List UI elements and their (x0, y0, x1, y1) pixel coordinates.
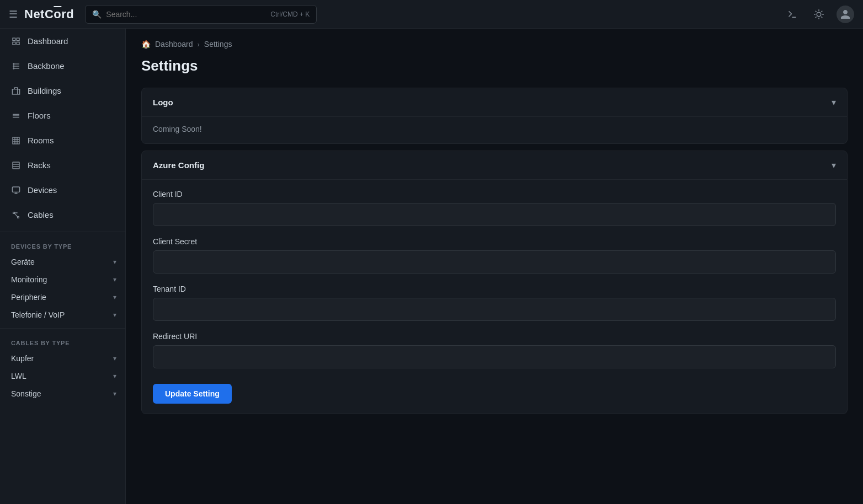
sidebar-sub-item-telefonie[interactable]: Telefonie / VoIP ▾ (0, 306, 125, 324)
sidebar-sub-item-kupfer[interactable]: Kupfer ▾ (0, 350, 125, 367)
devices-by-type-header: DEVICES BY TYPE (0, 237, 125, 253)
sidebar-item-rooms[interactable]: Rooms (0, 128, 125, 153)
tenant-id-input[interactable] (153, 298, 836, 321)
sidebar-sub-item-lwl[interactable]: LWL ▾ (0, 367, 125, 385)
floors-icon (11, 111, 21, 120)
svg-rect-25 (13, 137, 19, 144)
redirect-uri-label: Redirect URI (153, 332, 836, 341)
svg-line-4 (816, 11, 816, 12)
azure-card-header[interactable]: Azure Config ▾ (142, 151, 847, 179)
svg-rect-33 (12, 187, 19, 192)
sidebar-item-devices[interactable]: Devices (0, 178, 125, 202)
svg-rect-12 (13, 42, 15, 45)
sub-item-label: Telefonie / VoIP (11, 310, 65, 319)
client-id-group: Client ID (153, 190, 836, 226)
sidebar-item-cables[interactable]: Cables (0, 202, 125, 227)
search-icon: 🔍 (92, 10, 102, 19)
sidebar-item-buildings[interactable]: Buildings (0, 78, 125, 103)
dashboard-icon (11, 37, 21, 46)
azure-config-card: Azure Config ▾ Client ID Client Secret T… (141, 151, 848, 414)
sidebar-item-label: Devices (28, 185, 57, 195)
client-secret-label: Client Secret (153, 237, 836, 246)
devices-icon (11, 186, 21, 195)
chevron-down-icon: ▾ (113, 293, 116, 301)
home-icon: 🏠 (141, 40, 151, 49)
sidebar-item-racks[interactable]: Racks (0, 153, 125, 178)
sidebar-item-label: Dashboard (28, 36, 68, 46)
chevron-down-icon: ▾ (113, 372, 116, 380)
chevron-down-icon: ▾ (113, 355, 116, 362)
chevron-down-icon: ▾ (113, 276, 116, 283)
svg-rect-10 (13, 38, 15, 41)
sidebar-sub-item-geraete[interactable]: Geräte ▾ (0, 253, 125, 271)
breadcrumb-separator: › (198, 40, 200, 49)
topbar: ☰ NetCord 🔍 Ctrl/CMD + K (0, 0, 863, 29)
sidebar-sub-item-sonstige[interactable]: Sonstige ▾ (0, 385, 125, 403)
tenant-id-group: Tenant ID (153, 285, 836, 321)
svg-rect-13 (17, 42, 19, 45)
sidebar-sub-item-monitoring[interactable]: Monitoring ▾ (0, 271, 125, 288)
sidebar-divider-1 (0, 232, 125, 232)
logo-card-header[interactable]: Logo ▾ (142, 88, 847, 116)
sidebar-item-label: Cables (28, 210, 54, 219)
svg-rect-30 (13, 162, 19, 169)
sidebar-item-backbone[interactable]: Backbone (0, 53, 125, 78)
backbone-icon (11, 62, 21, 71)
sub-item-label: Kupfer (11, 354, 34, 363)
search-input[interactable] (106, 10, 266, 19)
sub-item-label: LWL (11, 372, 26, 380)
update-setting-button[interactable]: Update Setting (153, 384, 232, 404)
sidebar-divider-2 (0, 328, 125, 329)
client-secret-input[interactable] (153, 250, 836, 274)
redirect-uri-input[interactable] (153, 345, 836, 368)
sidebar-item-label: Rooms (28, 136, 54, 145)
client-secret-group: Client Secret (153, 237, 836, 274)
user-avatar[interactable] (837, 6, 854, 23)
sub-item-label: Sonstige (11, 389, 41, 398)
menu-icon[interactable]: ☰ (9, 8, 18, 20)
sidebar-item-floors[interactable]: Floors (0, 103, 125, 128)
client-id-label: Client ID (153, 190, 836, 199)
cables-by-type-header: CABLES BY TYPE (0, 333, 125, 350)
buildings-icon (11, 87, 21, 95)
logo-chevron-icon: ▾ (832, 97, 836, 108)
sidebar-item-dashboard[interactable]: Dashboard (0, 29, 125, 53)
sub-item-label: Geräte (11, 258, 35, 266)
racks-icon (11, 161, 21, 170)
svg-rect-11 (17, 38, 19, 41)
breadcrumb-home-label[interactable]: Dashboard (155, 40, 193, 49)
terminal-button[interactable] (784, 6, 801, 23)
page-title: Settings (141, 57, 848, 74)
coming-soon-text: Coming Soon! (142, 117, 847, 143)
sidebar-item-label: Racks (28, 160, 51, 170)
search-bar: 🔍 Ctrl/CMD + K (85, 5, 317, 24)
client-id-input[interactable] (153, 203, 836, 226)
topbar-icons (784, 6, 854, 23)
svg-line-8 (816, 17, 816, 17)
svg-line-5 (822, 17, 822, 17)
sidebar-sub-item-peripherie[interactable]: Peripherie ▾ (0, 288, 125, 306)
logo-card-title: Logo (153, 98, 173, 107)
redirect-uri-group: Redirect URI (153, 332, 836, 368)
chevron-down-icon: ▾ (113, 258, 116, 266)
breadcrumb: 🏠 Dashboard › Settings (141, 40, 848, 49)
chevron-down-icon: ▾ (113, 311, 116, 319)
azure-card-content: Client ID Client Secret Tenant ID Redire… (142, 180, 847, 414)
chevron-down-icon: ▾ (113, 390, 116, 398)
main-content: 🏠 Dashboard › Settings Settings Logo ▾ C… (126, 29, 863, 504)
search-shortcut: Ctrl/CMD + K (270, 10, 310, 18)
svg-rect-18 (12, 89, 19, 94)
rooms-icon (11, 136, 21, 145)
app-logo: NetCord (24, 7, 74, 22)
azure-chevron-icon: ▾ (832, 160, 836, 170)
breadcrumb-current: Settings (204, 40, 232, 49)
sidebar-item-label: Backbone (28, 61, 65, 71)
tenant-id-label: Tenant ID (153, 285, 836, 293)
theme-toggle-button[interactable] (810, 6, 828, 23)
azure-card-title: Azure Config (153, 160, 204, 170)
sidebar-item-label: Buildings (28, 86, 61, 95)
cables-icon (11, 211, 21, 219)
sub-item-label: Monitoring (11, 275, 47, 284)
sub-item-label: Peripherie (11, 293, 46, 302)
main-layout: Dashboard Backbone Buildings Floors Room (0, 29, 863, 504)
